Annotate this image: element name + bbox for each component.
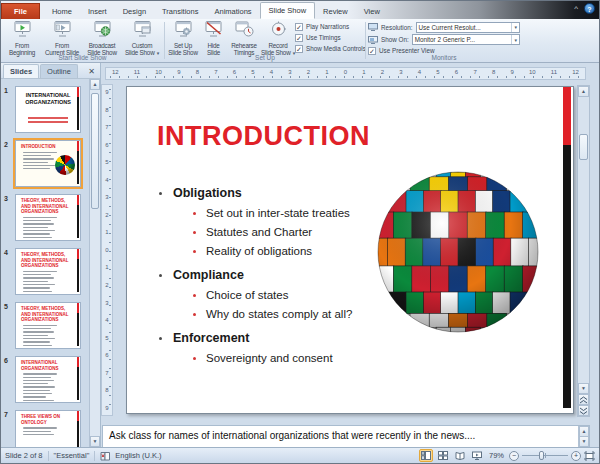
slide-thumbnail-2[interactable]: 2INTRODUCTION: [15, 140, 85, 187]
normal-view-button[interactable]: [419, 449, 433, 462]
slide-thumbnail-3[interactable]: 3THEORY, METHODS, AND INTERNATIONAL ORGA…: [15, 194, 85, 241]
thumbnail-preview: INTRODUCTION: [15, 140, 81, 187]
scroll-down-icon[interactable]: ▼: [578, 383, 589, 394]
tab-slide-show[interactable]: Slide Show: [260, 2, 316, 19]
scroll-up-icon[interactable]: ▲: [90, 79, 100, 90]
main-scrollbar[interactable]: ▲ ▼: [577, 85, 590, 417]
ruler-number: 4: [270, 69, 273, 75]
slide-sorter-view-button[interactable]: [436, 449, 450, 462]
help-button[interactable]: ?: [584, 3, 595, 14]
tab-view[interactable]: View: [356, 4, 388, 19]
tab-home[interactable]: Home: [44, 4, 80, 19]
thumbnail-preview: THREE VIEWS ON ONTOLOGY: [15, 410, 81, 447]
thumbnail-text-line: [23, 373, 57, 374]
tab-transitions[interactable]: Transitions: [154, 4, 206, 19]
bullet-text: Enforcement: [173, 331, 249, 345]
panel-tab-bar: Slides Outline ✕: [1, 63, 100, 79]
slide-number-indicator[interactable]: Slide 2 of 8: [5, 451, 43, 460]
slide-thumbnail-6[interactable]: 6INTERNATIONAL ORGANIZATIONS: [15, 356, 85, 403]
ruler-number: 0: [344, 69, 347, 75]
ruler-number: 5: [436, 69, 439, 75]
ribbon-tab-bar: File Home Insert Design Transitions Anim…: [1, 1, 599, 19]
close-panel-icon[interactable]: ✕: [83, 65, 100, 78]
thumbnail-text-line: [23, 386, 55, 387]
fit-to-window-icon[interactable]: [584, 451, 595, 461]
rehearse-timings-button[interactable]: RehearseTimings: [227, 19, 261, 55]
scroll-up-icon[interactable]: ▲: [578, 86, 589, 97]
bullet-text: Compliance: [173, 268, 244, 282]
slide-thumbnail-7[interactable]: 7THREE VIEWS ON ONTOLOGY: [15, 410, 85, 447]
bullet-marker: [193, 250, 196, 253]
tab-animations[interactable]: Animations: [206, 4, 259, 19]
thumbnail-text-line: [23, 325, 57, 326]
from-current-slide-button[interactable]: FromCurrent Slide: [42, 19, 82, 55]
set-up-slide-show-button[interactable]: Set UpSlide Show: [166, 19, 200, 55]
tab-file[interactable]: File: [1, 3, 40, 19]
zoom-level[interactable]: 79%: [489, 451, 504, 460]
previous-slide-button[interactable]: [578, 394, 589, 405]
ruler-number: 5: [251, 69, 254, 75]
notes-pane[interactable]: Ask class for names of international org…: [102, 425, 590, 448]
bullet-marker: [193, 212, 196, 215]
play-narrations-checkbox[interactable]: ✓Play Narrations: [295, 23, 366, 31]
broadcast-slide-show-button[interactable]: BroadcastSlide Show: [82, 19, 122, 55]
hide-slide-button[interactable]: HideSlide: [200, 19, 227, 55]
checkbox-check-icon: ✓: [295, 45, 303, 53]
thumbnail-text-line: [23, 230, 55, 231]
status-bar: Slide 2 of 8 "Essential" English (U.K.) …: [1, 447, 599, 463]
thumbnail-title: THEORY, METHODS, AND INTERNATIONAL ORGAN…: [21, 306, 74, 323]
bullet-marker: [193, 294, 196, 297]
show-on-field: Show On: Monitor 2 Generic P... ▾: [368, 34, 520, 45]
reading-view-button[interactable]: [453, 449, 467, 462]
from-current-slide-icon: [52, 20, 73, 42]
zoom-in-button[interactable]: +: [571, 451, 581, 461]
slide-thumbnail-1[interactable]: 1INTERNATIONAL ORGANIZATIONS: [15, 86, 85, 133]
thumbnail-text-line: [23, 291, 52, 292]
tab-design[interactable]: Design: [115, 4, 154, 19]
scroll-down-icon[interactable]: ▼: [579, 436, 589, 447]
dropdown-arrow-icon: ▾: [511, 35, 517, 44]
resolution-dropdown[interactable]: Use Current Resolut... ▾: [416, 22, 520, 33]
tab-insert[interactable]: Insert: [80, 4, 115, 19]
tab-review[interactable]: Review: [315, 4, 356, 19]
minimize-ribbon-icon[interactable]: ^: [574, 5, 578, 13]
ruler-number: 7: [473, 69, 476, 75]
custom-slide-show-button[interactable]: CustomSlide Show ▾: [122, 19, 162, 55]
slide-thumbnail-4[interactable]: 4THEORY, METHODS, AND INTERNATIONAL ORGA…: [15, 248, 85, 295]
group-separator: [365, 22, 366, 59]
use-timings-checkbox[interactable]: ✓Use Timings: [295, 34, 366, 42]
spell-check-icon[interactable]: [100, 451, 111, 461]
thumbnail-text-line: [23, 168, 50, 169]
thumbnail-accent-bar: [77, 141, 79, 184]
ruler-number: 7: [214, 69, 217, 75]
notes-scrollbar[interactable]: ▲ ▼: [578, 426, 589, 447]
set-up-slide-show-icon: [173, 20, 194, 42]
scrollbar-thumb[interactable]: [91, 93, 99, 209]
from-beginning-button[interactable]: FromBeginning: [2, 19, 42, 55]
slide-thumbnail-5[interactable]: 5THEORY, METHODS, AND INTERNATIONAL ORGA…: [15, 302, 85, 349]
show-media-controls-checkbox[interactable]: ✓Show Media Controls: [295, 45, 366, 53]
flag-globe-image[interactable]: [377, 171, 539, 333]
record-slide-show-button[interactable]: RecordSlide Show ▾: [261, 19, 295, 55]
thumbnail-preview: THEORY, METHODS, AND INTERNATIONAL ORGAN…: [15, 302, 81, 349]
scroll-down-icon[interactable]: ▼: [90, 436, 100, 447]
notes-text[interactable]: Ask class for names of international org…: [103, 426, 589, 445]
panel-scrollbar[interactable]: ▲ ▼: [89, 79, 100, 447]
language-indicator[interactable]: English (U.K.): [115, 451, 161, 460]
bullet-text: Sovereignty and consent: [206, 352, 333, 364]
checkbox-check-icon: ✓: [295, 34, 303, 42]
zoom-out-button[interactable]: −: [509, 451, 519, 461]
next-slide-button[interactable]: [578, 405, 589, 416]
slide-canvas[interactable]: INTRODUCTION ObligationsSet out in inter…: [126, 86, 574, 414]
slide-title[interactable]: INTRODUCTION: [157, 121, 370, 152]
tab-outline[interactable]: Outline: [40, 64, 78, 78]
zoom-slider-thumb[interactable]: [539, 451, 544, 460]
thumbnail-text-line: [23, 294, 46, 295]
zoom-slider[interactable]: [522, 451, 568, 460]
tab-slides[interactable]: Slides: [3, 64, 39, 78]
theme-name[interactable]: "Essential": [54, 451, 90, 460]
slide-show-view-button[interactable]: [470, 449, 484, 462]
show-on-dropdown[interactable]: Monitor 2 Generic P... ▾: [412, 34, 520, 45]
slide-accent-bar: [563, 87, 571, 408]
scrollbar-thumb[interactable]: [579, 134, 588, 160]
